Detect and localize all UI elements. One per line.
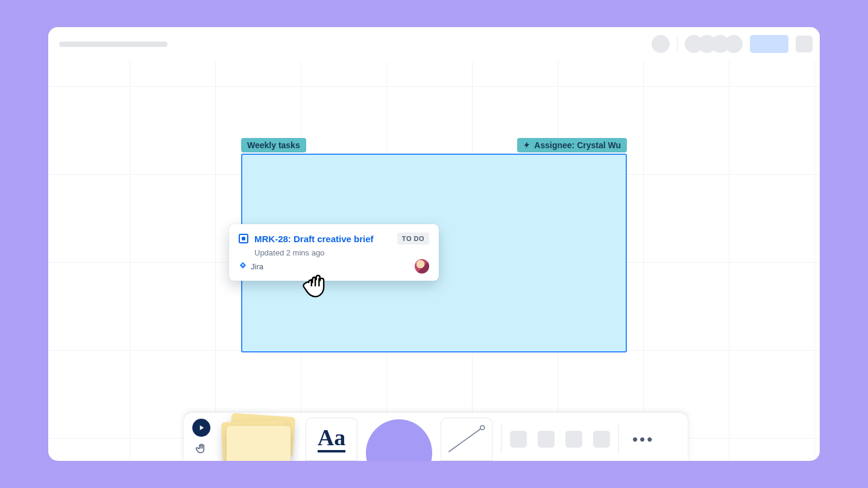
jira-icon (239, 261, 247, 272)
card-updated-text: Updated 2 mins ago (254, 248, 429, 257)
extra-tools-group (510, 431, 610, 448)
more-menu-button[interactable] (796, 36, 813, 52)
pointer-tool-button[interactable] (192, 419, 210, 437)
whiteboard-canvas[interactable]: Weekly tasks Assignee: Crystal Wu MRK-28… (48, 27, 820, 461)
assignee-avatar[interactable] (415, 259, 429, 274)
bottom-toolbar: Aa ••• (184, 413, 688, 461)
svg-point-1 (480, 425, 485, 430)
svg-line-0 (448, 428, 482, 452)
tool-placeholder[interactable] (538, 431, 555, 448)
hand-tool-button[interactable] (193, 440, 209, 456)
toolbar-more-button[interactable]: ••• (627, 430, 659, 449)
sticky-note-tool[interactable] (219, 418, 297, 461)
tool-placeholder[interactable] (565, 431, 582, 448)
toolbar-divider (618, 425, 619, 454)
share-button[interactable] (750, 35, 788, 53)
top-bar (48, 27, 820, 61)
section-title: Weekly tasks (247, 140, 300, 150)
card-title[interactable]: MRK-28: Draft creative brief (254, 234, 391, 244)
section-assignee-label: Assignee: Crystal Wu (534, 140, 621, 150)
text-tool-label: Aa (318, 426, 345, 452)
section-smart-chip[interactable]: Assignee: Crystal Wu (517, 138, 627, 152)
document-title-placeholder[interactable] (59, 42, 168, 47)
divider (677, 36, 678, 52)
text-tool[interactable]: Aa (306, 418, 357, 461)
shape-circle-icon (366, 419, 432, 461)
issue-type-icon (239, 234, 248, 243)
toolbar-divider (501, 425, 502, 454)
collaborators-stack[interactable] (685, 35, 743, 53)
bolt-icon (523, 141, 530, 149)
section-title-chip[interactable]: Weekly tasks (241, 138, 306, 152)
tool-placeholder[interactable] (510, 431, 527, 448)
card-source-label: Jira (251, 262, 263, 271)
collaborator-avatar[interactable] (725, 35, 743, 53)
status-badge: TO DO (397, 233, 429, 245)
line-tool[interactable] (441, 418, 492, 461)
presence-avatar[interactable] (652, 35, 670, 53)
tool-placeholder[interactable] (593, 431, 610, 448)
card-source: Jira (239, 261, 263, 272)
jira-task-card[interactable]: MRK-28: Draft creative brief TO DO Updat… (229, 224, 439, 281)
shape-tool[interactable] (366, 418, 432, 461)
